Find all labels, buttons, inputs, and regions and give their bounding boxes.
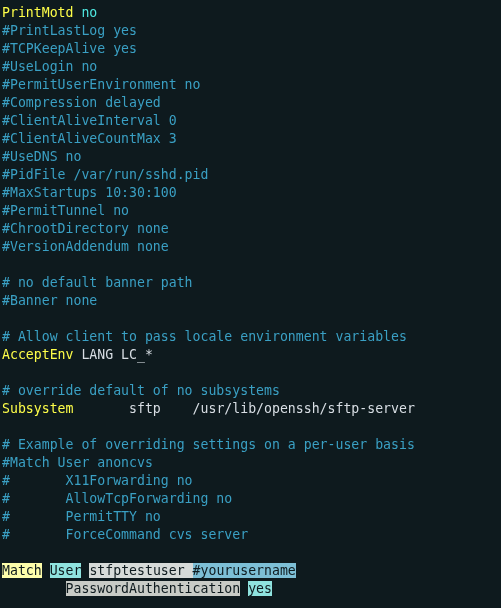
- token-comment: #Match User anoncvs: [2, 455, 153, 470]
- config-line: # ForceCommand cvs server: [2, 527, 248, 542]
- token-comment: # Allow client to pass locale environmen…: [2, 329, 407, 344]
- token-comment: # override default of no subsystems: [2, 383, 280, 398]
- config-line: #PidFile /var/run/sshd.pid: [2, 167, 208, 182]
- config-line: # X11Forwarding no: [2, 473, 193, 488]
- config-line: #PrintLastLog yes: [2, 23, 137, 38]
- config-line: Subsystem sftp /usr/lib/openssh/sftp-ser…: [2, 401, 415, 416]
- token-comment: # X11Forwarding no: [2, 473, 193, 488]
- token-plain: [42, 563, 50, 578]
- token-plain: LANG LC_*: [73, 347, 152, 362]
- token-hl-user: User: [50, 563, 82, 578]
- config-line: #UseDNS no: [2, 149, 81, 164]
- config-line: #PermitUserEnvironment no: [2, 77, 201, 92]
- config-line: # PermitTTY no: [2, 509, 161, 524]
- config-line: #Banner none: [2, 293, 97, 308]
- token-comment: #ClientAliveCountMax 3: [2, 131, 177, 146]
- config-line: AcceptEnv LANG LC_*: [2, 347, 153, 362]
- token-comment: #Banner none: [2, 293, 97, 308]
- token-plain: [240, 581, 248, 596]
- token-comment: #PermitUserEnvironment no: [2, 77, 201, 92]
- token-hl-comment: #yourusername: [193, 563, 296, 578]
- token-comment: #VersionAddendum none: [2, 239, 169, 254]
- config-line: #UseLogin no: [2, 59, 97, 74]
- token-kw: PrintMotd: [2, 5, 73, 20]
- config-line: #VersionAddendum none: [2, 239, 169, 254]
- config-line: PrintMotd no: [2, 5, 97, 20]
- token-comment: #PidFile /var/run/sshd.pid: [2, 167, 208, 182]
- config-line: #PermitTunnel no: [2, 203, 129, 218]
- config-line: #Compression delayed: [2, 95, 161, 110]
- token-comment: #MaxStartups 10:30:100: [2, 185, 177, 200]
- token-comment: #PrintLastLog yes: [2, 23, 137, 38]
- token-comment: #UseLogin no: [2, 59, 97, 74]
- config-line: #ChrootDirectory none: [2, 221, 169, 236]
- token-hl-yes: yes: [248, 581, 272, 596]
- token-kw: Subsystem: [2, 401, 73, 416]
- config-line: #ClientAliveCountMax 3: [2, 131, 177, 146]
- config-line: #MaxStartups 10:30:100: [2, 185, 177, 200]
- token-hl-plain: stfptestuser: [89, 563, 192, 578]
- token-comment: # AllowTcpForwarding no: [2, 491, 232, 506]
- token-comment: # no default banner path: [2, 275, 193, 290]
- config-line: #ClientAliveInterval 0: [2, 113, 177, 128]
- token-comment: # PermitTTY no: [2, 509, 161, 524]
- config-line: # override default of no subsystems: [2, 383, 280, 398]
- token-val: no: [81, 5, 97, 20]
- token-comment: # Example of overriding settings on a pe…: [2, 437, 415, 452]
- token-plain: [2, 581, 66, 596]
- token-plain: sftp /usr/lib/openssh/sftp-server: [73, 401, 414, 416]
- token-comment: #TCPKeepAlive yes: [2, 41, 137, 56]
- config-line: # no default banner path: [2, 275, 193, 290]
- token-hl-match: Match: [2, 563, 42, 578]
- config-line: Match User stfptestuser #yourusername: [2, 563, 296, 578]
- config-line: PasswordAuthentication yes: [2, 581, 272, 596]
- token-comment: #ChrootDirectory none: [2, 221, 169, 236]
- token-comment: #Compression delayed: [2, 95, 161, 110]
- token-comment: #UseDNS no: [2, 149, 81, 164]
- token-comment: #ClientAliveInterval 0: [2, 113, 177, 128]
- token-comment: # ForceCommand cvs server: [2, 527, 248, 542]
- token-kw: AcceptEnv: [2, 347, 73, 362]
- config-line: # Example of overriding settings on a pe…: [2, 437, 415, 452]
- config-line: #Match User anoncvs: [2, 455, 153, 470]
- token-comment: #PermitTunnel no: [2, 203, 129, 218]
- token-hl-pa: PasswordAuthentication: [66, 581, 241, 596]
- config-line: #TCPKeepAlive yes: [2, 41, 137, 56]
- config-file-editor[interactable]: PrintMotd no #PrintLastLog yes #TCPKeepA…: [0, 0, 501, 598]
- config-line: # Allow client to pass locale environmen…: [2, 329, 407, 344]
- config-line: # AllowTcpForwarding no: [2, 491, 232, 506]
